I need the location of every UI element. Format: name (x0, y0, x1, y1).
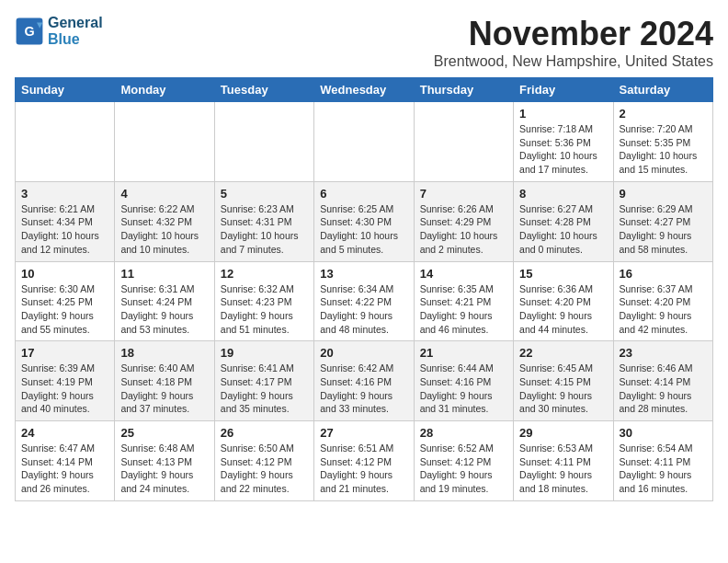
day-info: Sunrise: 6:41 AM Sunset: 4:17 PM Dayligh… (221, 362, 308, 416)
calendar-cell: 14Sunrise: 6:35 AM Sunset: 4:21 PM Dayli… (414, 261, 513, 341)
calendar-cell: 13Sunrise: 6:34 AM Sunset: 4:22 PM Dayli… (314, 261, 414, 341)
day-info: Sunrise: 6:37 AM Sunset: 4:20 PM Dayligh… (620, 282, 707, 337)
calendar-cell: 7Sunrise: 6:26 AM Sunset: 4:29 PM Daylig… (414, 181, 513, 261)
week-row-1: 3Sunrise: 6:21 AM Sunset: 4:34 PM Daylig… (16, 181, 713, 261)
calendar-cell (16, 102, 115, 182)
month-title: November 2024 (434, 15, 713, 53)
week-row-3: 17Sunrise: 6:39 AM Sunset: 4:19 PM Dayli… (16, 341, 713, 421)
calendar-cell: 18Sunrise: 6:40 AM Sunset: 4:18 PM Dayli… (115, 341, 214, 421)
calendar-header: SundayMondayTuesdayWednesdayThursdayFrid… (16, 78, 713, 102)
day-number: 11 (120, 267, 208, 281)
day-info: Sunrise: 6:45 AM Sunset: 4:15 PM Dayligh… (519, 362, 607, 416)
day-number: 15 (519, 267, 607, 281)
day-number: 10 (21, 267, 108, 281)
day-number: 27 (320, 426, 407, 440)
calendar-cell: 29Sunrise: 6:53 AM Sunset: 4:11 PM Dayli… (514, 421, 613, 501)
calendar-cell: 16Sunrise: 6:37 AM Sunset: 4:20 PM Dayli… (613, 261, 712, 341)
day-info: Sunrise: 6:42 AM Sunset: 4:16 PM Dayligh… (320, 362, 407, 416)
day-info: Sunrise: 6:50 AM Sunset: 4:12 PM Dayligh… (221, 442, 308, 496)
day-number: 22 (519, 346, 607, 360)
calendar-cell: 21Sunrise: 6:44 AM Sunset: 4:16 PM Dayli… (414, 341, 513, 421)
header-row: SundayMondayTuesdayWednesdayThursdayFrid… (16, 78, 713, 102)
calendar-cell: 3Sunrise: 6:21 AM Sunset: 4:34 PM Daylig… (16, 181, 115, 261)
location-title: Brentwood, New Hampshire, United States (434, 53, 713, 70)
day-info: Sunrise: 6:25 AM Sunset: 4:30 PM Dayligh… (320, 202, 407, 257)
calendar-cell: 10Sunrise: 6:30 AM Sunset: 4:25 PM Dayli… (16, 261, 115, 341)
day-info: Sunrise: 6:52 AM Sunset: 4:12 PM Dayligh… (420, 442, 507, 496)
day-number: 29 (519, 426, 607, 440)
day-number: 6 (320, 187, 407, 201)
calendar-cell: 20Sunrise: 6:42 AM Sunset: 4:16 PM Dayli… (314, 341, 414, 421)
day-number: 8 (519, 187, 607, 201)
calendar-table: SundayMondayTuesdayWednesdayThursdayFrid… (15, 77, 713, 501)
day-info: Sunrise: 6:39 AM Sunset: 4:19 PM Dayligh… (21, 362, 108, 416)
day-number: 28 (420, 426, 507, 440)
header-day-wednesday: Wednesday (314, 78, 414, 102)
day-info: Sunrise: 6:29 AM Sunset: 4:27 PM Dayligh… (620, 202, 707, 257)
day-number: 26 (221, 426, 308, 440)
day-number: 24 (21, 426, 108, 440)
day-info: Sunrise: 6:44 AM Sunset: 4:16 PM Dayligh… (420, 362, 507, 416)
week-row-0: 1Sunrise: 7:18 AM Sunset: 5:36 PM Daylig… (16, 102, 713, 182)
calendar-cell: 24Sunrise: 6:47 AM Sunset: 4:14 PM Dayli… (16, 421, 115, 501)
day-info: Sunrise: 6:21 AM Sunset: 4:34 PM Dayligh… (21, 202, 108, 257)
logo-text: General Blue (48, 15, 103, 48)
day-info: Sunrise: 6:27 AM Sunset: 4:28 PM Dayligh… (519, 202, 607, 257)
header-day-monday: Monday (115, 78, 214, 102)
day-number: 16 (620, 267, 707, 281)
day-info: Sunrise: 6:34 AM Sunset: 4:22 PM Dayligh… (320, 282, 407, 337)
week-row-2: 10Sunrise: 6:30 AM Sunset: 4:25 PM Dayli… (16, 261, 713, 341)
day-info: Sunrise: 7:20 AM Sunset: 5:35 PM Dayligh… (620, 122, 707, 177)
calendar-cell: 19Sunrise: 6:41 AM Sunset: 4:17 PM Dayli… (214, 341, 313, 421)
calendar-cell: 15Sunrise: 6:36 AM Sunset: 4:20 PM Dayli… (514, 261, 613, 341)
calendar-cell (214, 102, 313, 182)
calendar-cell: 1Sunrise: 7:18 AM Sunset: 5:36 PM Daylig… (514, 102, 613, 182)
calendar-cell: 11Sunrise: 6:31 AM Sunset: 4:24 PM Dayli… (115, 261, 214, 341)
day-info: Sunrise: 6:54 AM Sunset: 4:11 PM Dayligh… (620, 442, 707, 496)
day-number: 4 (120, 187, 208, 201)
calendar-cell: 28Sunrise: 6:52 AM Sunset: 4:12 PM Dayli… (414, 421, 513, 501)
day-number: 12 (221, 267, 308, 281)
calendar-cell: 26Sunrise: 6:50 AM Sunset: 4:12 PM Dayli… (214, 421, 313, 501)
header-day-friday: Friday (514, 78, 613, 102)
calendar-cell: 2Sunrise: 7:20 AM Sunset: 5:35 PM Daylig… (613, 102, 712, 182)
calendar-cell (414, 102, 513, 182)
day-number: 5 (221, 187, 308, 201)
day-number: 19 (221, 346, 308, 360)
day-info: Sunrise: 6:31 AM Sunset: 4:24 PM Dayligh… (120, 282, 208, 337)
general-blue-icon: G (15, 17, 44, 46)
day-number: 1 (519, 107, 607, 121)
day-number: 25 (120, 426, 208, 440)
day-number: 13 (320, 267, 407, 281)
header-day-tuesday: Tuesday (214, 78, 313, 102)
day-number: 2 (620, 107, 707, 121)
svg-text:G: G (24, 24, 34, 39)
calendar-cell (115, 102, 214, 182)
day-info: Sunrise: 6:30 AM Sunset: 4:25 PM Dayligh… (21, 282, 108, 337)
calendar-cell: 30Sunrise: 6:54 AM Sunset: 4:11 PM Dayli… (613, 421, 712, 501)
calendar-cell: 4Sunrise: 6:22 AM Sunset: 4:32 PM Daylig… (115, 181, 214, 261)
calendar-cell: 27Sunrise: 6:51 AM Sunset: 4:12 PM Dayli… (314, 421, 414, 501)
day-info: Sunrise: 6:51 AM Sunset: 4:12 PM Dayligh… (320, 442, 407, 496)
calendar-cell: 9Sunrise: 6:29 AM Sunset: 4:27 PM Daylig… (613, 181, 712, 261)
day-number: 9 (620, 187, 707, 201)
day-number: 17 (21, 346, 108, 360)
calendar-cell: 22Sunrise: 6:45 AM Sunset: 4:15 PM Dayli… (514, 341, 613, 421)
day-info: Sunrise: 6:35 AM Sunset: 4:21 PM Dayligh… (420, 282, 507, 337)
calendar-cell: 23Sunrise: 6:46 AM Sunset: 4:14 PM Dayli… (613, 341, 712, 421)
day-info: Sunrise: 6:40 AM Sunset: 4:18 PM Dayligh… (120, 362, 208, 416)
day-info: Sunrise: 6:26 AM Sunset: 4:29 PM Dayligh… (420, 202, 507, 257)
day-info: Sunrise: 6:46 AM Sunset: 4:14 PM Dayligh… (620, 362, 707, 416)
day-number: 20 (320, 346, 407, 360)
logo: G General Blue (15, 15, 103, 48)
day-info: Sunrise: 6:32 AM Sunset: 4:23 PM Dayligh… (221, 282, 308, 337)
day-info: Sunrise: 6:22 AM Sunset: 4:32 PM Dayligh… (120, 202, 208, 257)
title-block: November 2024 Brentwood, New Hampshire, … (434, 15, 713, 70)
calendar-cell: 17Sunrise: 6:39 AM Sunset: 4:19 PM Dayli… (16, 341, 115, 421)
day-info: Sunrise: 6:53 AM Sunset: 4:11 PM Dayligh… (519, 442, 607, 496)
day-info: Sunrise: 6:48 AM Sunset: 4:13 PM Dayligh… (120, 442, 208, 496)
day-number: 18 (120, 346, 208, 360)
day-info: Sunrise: 7:18 AM Sunset: 5:36 PM Dayligh… (519, 122, 607, 177)
calendar-cell (314, 102, 414, 182)
calendar-cell: 8Sunrise: 6:27 AM Sunset: 4:28 PM Daylig… (514, 181, 613, 261)
